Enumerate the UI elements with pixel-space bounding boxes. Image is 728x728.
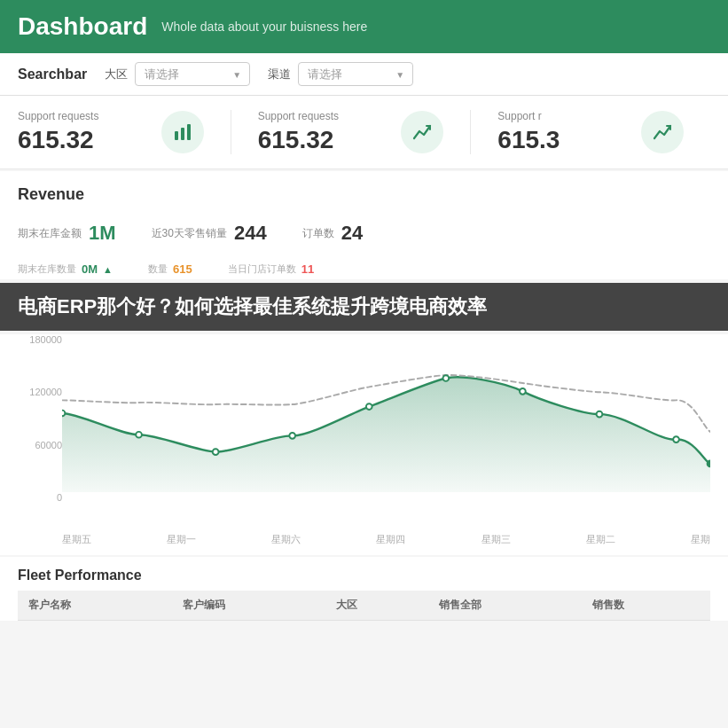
metric-label-0: Support requests	[18, 110, 98, 122]
y-axis-labels: 180000 120000 60000 0	[18, 334, 62, 503]
svg-point-7	[366, 403, 372, 410]
x-label-1: 星期一	[167, 533, 196, 546]
metric-label-1: Support requests	[258, 110, 339, 122]
y-label-120000: 120000	[18, 387, 62, 397]
filter-channel-select-wrapper[interactable]: 请选择	[298, 62, 413, 86]
metric-label-2: Support r	[497, 110, 560, 122]
header: Dashboard Whole data about your buisness…	[0, 0, 728, 53]
fleet-col-customer-code: 客户编码	[172, 591, 326, 621]
svg-point-4	[136, 432, 142, 438]
x-label-4: 星期三	[481, 533, 511, 546]
sub-stat-0: 期末在库数量 0M ▲	[18, 262, 113, 276]
searchbar: Searchbar 大区 请选择 渠道 请选择	[0, 53, 728, 96]
svg-point-3	[62, 411, 65, 417]
metric-text-2: Support r 615.3	[497, 110, 560, 154]
metric-value-0: 615.32	[18, 126, 98, 154]
line-chart2-icon	[653, 122, 672, 142]
filter-channel-label: 渠道	[268, 67, 291, 82]
filter-region-select-wrapper[interactable]: 请选择	[135, 62, 250, 86]
chart-container: 180000 120000 60000 0	[0, 334, 728, 555]
metric-value-1: 615.32	[258, 126, 339, 154]
filter-region-select[interactable]: 请选择	[135, 62, 250, 86]
filter-channel-select[interactable]: 请选择	[298, 62, 413, 86]
fleet-section: Fleet Performance 客户名称 客户编码 大区 销售全部 销售数	[0, 557, 728, 621]
metric-text-1: Support requests 615.32	[258, 110, 339, 154]
chart-wrapper: 180000 120000 60000 0	[18, 334, 710, 529]
fleet-table: 客户名称 客户编码 大区 销售全部 销售数	[18, 591, 710, 621]
svg-point-11	[673, 436, 679, 442]
metric-value-2: 615.3	[497, 126, 560, 154]
sub-stat-2: 当日门店订单数 11	[228, 262, 314, 276]
sub-stats-row: 期末在库数量 0M ▲ 数量 615 当日门店订单数 11	[18, 259, 710, 279]
svg-rect-2	[187, 124, 191, 140]
searchbar-label: Searchbar	[18, 67, 87, 82]
metric-text-0: Support requests 615.32	[18, 110, 98, 154]
y-label-180000: 180000	[18, 334, 62, 345]
sub-stat-label-2: 当日门店订单数	[228, 262, 296, 276]
line-chart-icon	[412, 122, 432, 142]
sub-stat-value-0: 0M	[82, 262, 98, 276]
fleet-col-region: 大区	[325, 591, 428, 621]
svg-rect-1	[181, 128, 184, 140]
svg-point-12	[708, 461, 710, 467]
stat-value-0: 1M	[89, 222, 116, 245]
filter-group-channel: 渠道 请选择	[268, 62, 413, 86]
fleet-col-sales-all: 销售全部	[428, 591, 583, 621]
fleet-table-header: 客户名称 客户编码 大区 销售全部 销售数	[18, 591, 710, 621]
metric-card-1: Support requests 615.32	[258, 110, 472, 154]
x-label-0: 星期五	[62, 533, 91, 546]
stat-value-2: 24	[341, 222, 363, 245]
x-label-6: 星期	[691, 533, 710, 546]
x-axis-labels: 星期五 星期一 星期六 星期四 星期三 星期二 星期	[18, 529, 710, 546]
filter-group-region: 大区 请选择	[105, 62, 250, 86]
metrics-row: Support requests 615.32 Support requests…	[0, 96, 728, 169]
revenue-chart	[62, 334, 710, 492]
sub-stat-1: 数量 615	[148, 262, 192, 276]
fleet-header-row: 客户名称 客户编码 大区 销售全部 销售数	[18, 591, 710, 621]
metric-icon-0	[161, 111, 204, 153]
stat-value-1: 244	[234, 222, 267, 245]
sub-stat-value-1: 615	[173, 262, 192, 276]
svg-point-9	[520, 388, 526, 395]
bar-chart-icon	[173, 122, 192, 142]
stat-label-1: 近30天零售销量	[152, 226, 227, 241]
svg-rect-0	[175, 131, 178, 140]
filter-region-label: 大区	[105, 67, 128, 82]
arrow-up-icon-0: ▲	[103, 264, 113, 275]
fleet-title: Fleet Performance	[18, 568, 710, 583]
svg-point-8	[442, 375, 449, 381]
header-subtitle: Whole data about your buisness here	[161, 20, 367, 34]
svg-point-6	[289, 433, 295, 439]
sub-stat-label-0: 期末在库数量	[18, 262, 76, 276]
x-label-3: 星期四	[376, 533, 405, 546]
stat-item-0: 期末在库金额 1M	[18, 222, 116, 245]
metric-icon-1	[401, 111, 443, 153]
stat-item-1: 近30天零售销量 244	[152, 222, 267, 245]
fleet-col-sales-count: 销售数	[582, 591, 710, 621]
page-title: Dashboard	[18, 12, 147, 41]
fleet-col-customer-name: 客户名称	[18, 591, 172, 621]
revenue-inner: Revenue 期末在库金额 1M 近30天零售销量 244 订单数 24 期末…	[0, 171, 728, 279]
x-label-2: 星期六	[271, 533, 301, 546]
sub-stat-value-2: 11	[301, 262, 314, 276]
stats-row: 期末在库金额 1M 近30天零售销量 244 订单数 24	[18, 215, 710, 252]
svg-point-10	[597, 411, 603, 418]
svg-point-5	[213, 449, 219, 455]
y-label-0: 0	[18, 492, 62, 503]
stat-label-0: 期末在库金额	[18, 226, 82, 241]
sub-stat-label-1: 数量	[148, 262, 168, 276]
stat-label-2: 订单数	[302, 226, 334, 241]
stat-item-2: 订单数 24	[302, 222, 363, 245]
revenue-title: Revenue	[18, 185, 710, 204]
metric-card-0: Support requests 615.32	[18, 110, 231, 154]
metric-card-2: Support r 615.3	[497, 110, 710, 154]
metric-icon-2	[641, 111, 684, 153]
x-label-5: 星期二	[586, 533, 615, 546]
y-label-60000: 60000	[18, 440, 62, 450]
revenue-section: Revenue 期末在库金额 1M 近30天零售销量 244 订单数 24 期末…	[0, 171, 728, 555]
overlay-banner: 电商ERP那个好？如何选择最佳系统提升跨境电商效率	[0, 283, 728, 331]
